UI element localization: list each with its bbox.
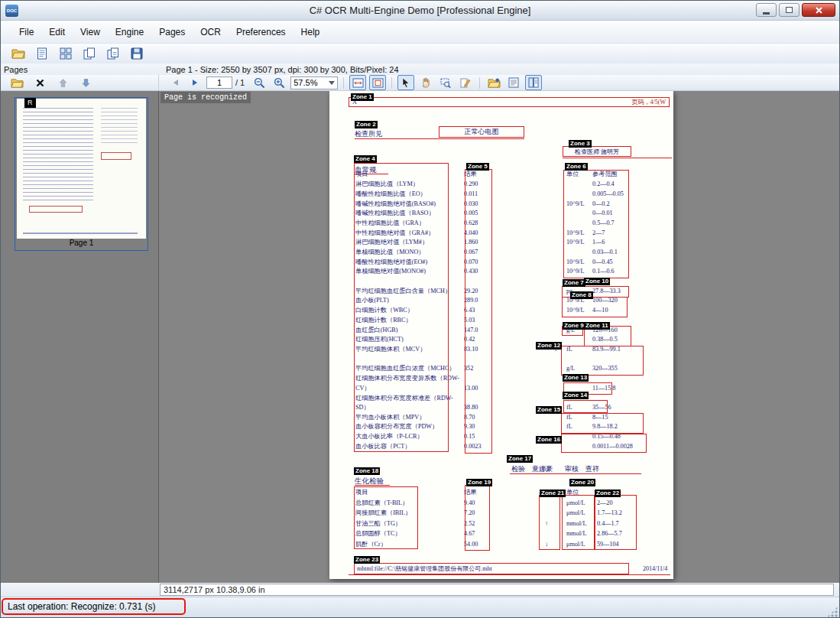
zone-label: Zone 17 (507, 455, 533, 463)
fit-page-button[interactable] (369, 75, 386, 90)
edit-pencil-icon (460, 77, 471, 88)
thumbnail-view-button[interactable] (57, 46, 74, 61)
page-header-zone: A' 页码，4/5(W (349, 97, 670, 107)
thumbnail-text-lines (23, 108, 93, 201)
zone-label: Zone 9 (563, 322, 585, 330)
zone-rect[interactable] (465, 169, 492, 454)
zone-label: Zone 10 (584, 278, 610, 285)
zone-label: Zone 23 (354, 556, 380, 564)
page-info-text: Page 1 - Size: 2550 by 3507 px, dpi: 300… (166, 65, 399, 74)
menu-pages[interactable]: Pages (151, 23, 193, 41)
ecg-doctor: 检查医师 施明芳 (563, 146, 631, 157)
move-page-up-button[interactable] (54, 75, 71, 90)
fit-width-icon (352, 78, 364, 88)
recognize-folder-icon (488, 77, 501, 89)
zone-rect[interactable] (354, 163, 449, 452)
open-file-button[interactable] (10, 46, 27, 61)
zone-rect[interactable] (539, 495, 560, 550)
zone-label: Zone 19 (466, 479, 492, 486)
edit-zones-button[interactable] (457, 75, 474, 90)
title-bar: DOC C# OCR Multi-Engine Demo [Profession… (1, 1, 839, 21)
minimize-button[interactable] (756, 3, 777, 17)
next-page-button[interactable] (186, 75, 203, 90)
view-layout-button[interactable] (525, 75, 542, 90)
page-text-icon (508, 77, 519, 88)
copy-icon (83, 47, 96, 60)
zone-rect[interactable] (562, 297, 628, 317)
zone-rect[interactable] (563, 170, 629, 278)
chevron-down-icon (329, 81, 335, 85)
main-toolbar (1, 44, 839, 63)
copy-page-button[interactable] (81, 46, 98, 61)
zoom-in-button[interactable] (271, 75, 287, 90)
app-window: DOC C# OCR Multi-Engine Demo [Profession… (0, 0, 840, 618)
zone-rect[interactable] (561, 346, 644, 376)
zone-label: Zone 21 (540, 490, 566, 497)
move-page-down-button[interactable] (77, 75, 94, 90)
zone-label: Zone 7 (563, 279, 585, 287)
zone-rect[interactable] (562, 495, 595, 550)
save-button[interactable] (128, 46, 145, 61)
zone-label: Zone 3 (569, 140, 592, 148)
document-view[interactable]: Page is recognized Zone 1 Zone 2 Zone 3 … (159, 91, 839, 583)
close-button[interactable] (802, 3, 835, 17)
ecg-finding: 正常心电图 (439, 126, 524, 138)
separator (479, 77, 480, 89)
fit-width-button[interactable] (349, 75, 366, 90)
recognize-button[interactable] (485, 75, 502, 90)
duplicate-page-button[interactable] (105, 46, 122, 61)
delete-x-icon (36, 79, 44, 87)
view-image-button[interactable] (505, 75, 522, 90)
split-view-icon (528, 77, 539, 88)
zone-label: Zone 20 (569, 479, 595, 486)
zone-label: Zone 5 (466, 163, 489, 171)
content-area: R Page 1 Page is recognized Zone 1 Zone … (1, 91, 839, 583)
menu-bar: File Edit View Engine Pages OCR Preferen… (1, 21, 839, 44)
single-page-view-button[interactable] (34, 46, 50, 61)
page-thumbnail[interactable]: R Page 1 (15, 97, 148, 251)
ecg-section-label: 检查所见 (355, 129, 382, 139)
minimize-icon (763, 12, 770, 15)
fit-page-icon (372, 78, 384, 88)
zone-rect[interactable] (563, 400, 608, 413)
zone-rect[interactable] (561, 413, 644, 434)
maximize-button[interactable] (779, 3, 799, 17)
select-tool-button[interactable] (397, 75, 414, 90)
next-page-icon (192, 79, 199, 86)
zone-rect[interactable] (354, 486, 418, 549)
close-icon (815, 6, 823, 15)
cursor-icon (401, 77, 410, 88)
zoom-in-icon (274, 77, 285, 89)
menu-preferences[interactable]: Preferences (229, 23, 294, 41)
menu-view[interactable]: View (73, 23, 108, 41)
zone-label: Zone 1 (351, 93, 374, 101)
page-number-input[interactable] (206, 76, 232, 89)
menu-edit[interactable]: Edit (41, 23, 73, 41)
menu-help[interactable]: Help (294, 23, 328, 41)
zone-rect[interactable] (594, 495, 637, 550)
thumbnail-zone-mark (101, 152, 131, 160)
menu-ocr[interactable]: OCR (193, 23, 229, 41)
zoom-out-button[interactable] (251, 75, 268, 90)
zone-rect[interactable] (465, 485, 490, 551)
resize-grip[interactable] (827, 607, 838, 617)
thumbnail-text-lines (101, 108, 138, 143)
delete-page-button[interactable] (31, 75, 48, 90)
zone-label: Zone 15 (536, 406, 562, 414)
prev-page-button[interactable] (167, 75, 183, 90)
menu-engine[interactable]: Engine (108, 23, 151, 41)
thumbnail-footer-line (23, 233, 138, 234)
open-folder-icon (11, 47, 25, 60)
coordinate-bar: 3114,2717 px 10.38,9.06 in (1, 583, 839, 597)
thumbnail-zone-mark (29, 206, 83, 213)
page-icon (37, 47, 47, 60)
zone-rect[interactable] (561, 434, 647, 453)
maximize-icon (786, 7, 793, 13)
menu-file[interactable]: File (11, 23, 41, 41)
zoom-region-button[interactable] (437, 75, 454, 90)
zoom-level-select[interactable]: 57.5% (290, 76, 338, 89)
add-page-button[interactable] (8, 75, 25, 90)
thumbnail-preview (17, 99, 146, 239)
prev-page-icon (172, 79, 179, 86)
pan-tool-button[interactable] (417, 75, 434, 90)
